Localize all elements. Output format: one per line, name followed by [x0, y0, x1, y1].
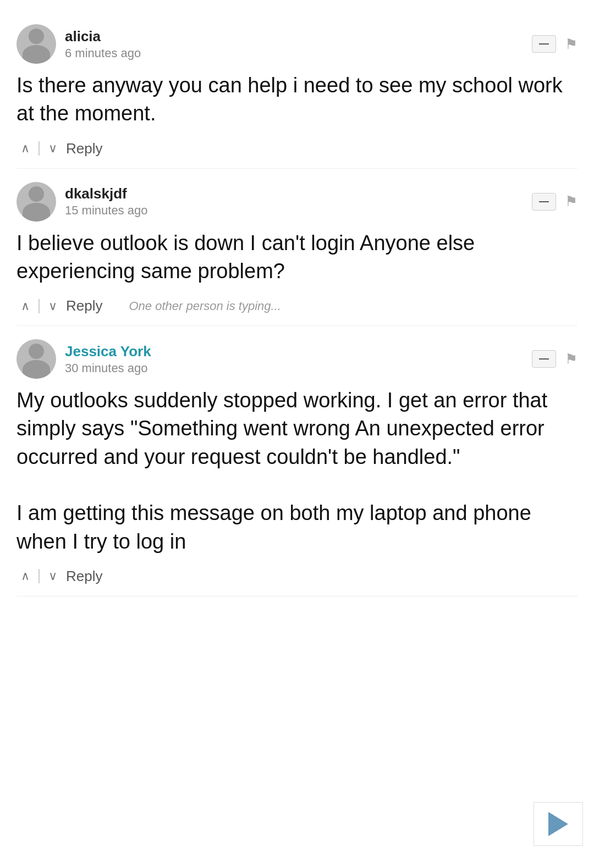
minimize-button[interactable] — [532, 35, 556, 53]
downvote-button[interactable] — [44, 139, 62, 158]
comment-header-left: Jessica York 30 minutes ago — [16, 339, 151, 379]
username: alicia — [65, 28, 141, 45]
upvote-button[interactable] — [16, 567, 34, 585]
avatar-body — [23, 203, 50, 222]
play-button[interactable] — [534, 802, 583, 846]
comment-footer: Reply One other person is typing... — [16, 295, 578, 317]
flag-icon[interactable]: ⚑ — [565, 193, 578, 210]
avatar — [16, 24, 56, 64]
reply-button[interactable]: Reply — [62, 138, 107, 159]
play-triangle-icon — [548, 812, 568, 836]
comment-body: My outlooks suddenly stopped working. I … — [16, 386, 578, 556]
comment-actions: ⚑ — [532, 350, 578, 368]
comment-footer: Reply — [16, 138, 578, 159]
comment-actions: ⚑ — [532, 35, 578, 53]
comment-header-left: alicia 6 minutes ago — [16, 24, 141, 64]
comment-header: Jessica York 30 minutes ago ⚑ — [16, 339, 578, 379]
comment-actions: ⚑ — [532, 193, 578, 211]
flag-icon[interactable]: ⚑ — [565, 351, 578, 368]
comment-body: I believe outlook is down I can't login … — [16, 229, 578, 286]
minimize-button[interactable] — [532, 350, 556, 368]
upvote-button[interactable] — [16, 139, 34, 158]
timestamp: 30 minutes ago — [65, 361, 151, 375]
flag-icon[interactable]: ⚑ — [565, 36, 578, 53]
comment-header: dkalskjdf 15 minutes ago ⚑ — [16, 182, 578, 222]
avatar-body — [23, 360, 50, 379]
avatar-head — [29, 29, 44, 44]
minimize-button[interactable] — [532, 193, 556, 211]
avatar-body — [23, 45, 50, 64]
reply-button[interactable]: Reply — [62, 295, 107, 317]
divider — [38, 141, 40, 156]
user-info: dkalskjdf 15 minutes ago — [65, 185, 147, 218]
user-info: Jessica York 30 minutes ago — [65, 343, 151, 375]
user-info: alicia 6 minutes ago — [65, 28, 141, 60]
timestamp: 6 minutes ago — [65, 46, 141, 60]
comment-body: Is there anyway you can help i need to s… — [16, 71, 578, 128]
comment-footer: Reply — [16, 566, 578, 587]
username: Jessica York — [65, 343, 151, 360]
comment-item: Jessica York 30 minutes ago ⚑ My outlook… — [16, 326, 578, 596]
minimize-icon — [539, 201, 549, 202]
comments-list: alicia 6 minutes ago ⚑ Is there anyway y… — [0, 0, 594, 607]
minimize-icon — [539, 358, 549, 360]
reply-button[interactable]: Reply — [62, 566, 107, 587]
divider — [38, 299, 40, 313]
upvote-button[interactable] — [16, 297, 34, 316]
comment-header: alicia 6 minutes ago ⚑ — [16, 24, 578, 64]
timestamp: 15 minutes ago — [65, 203, 147, 218]
downvote-button[interactable] — [44, 297, 62, 316]
avatar-head — [29, 186, 44, 202]
comment-item: dkalskjdf 15 minutes ago ⚑ I believe out… — [16, 169, 578, 327]
comment-header-left: dkalskjdf 15 minutes ago — [16, 182, 147, 222]
minimize-icon — [539, 43, 549, 45]
username: dkalskjdf — [65, 185, 147, 202]
divider — [38, 569, 40, 583]
avatar — [16, 182, 56, 222]
typing-indicator: One other person is typing... — [129, 299, 280, 313]
avatar-head — [29, 344, 44, 359]
downvote-button[interactable] — [44, 567, 62, 585]
comment-item: alicia 6 minutes ago ⚑ Is there anyway y… — [16, 11, 578, 169]
avatar — [16, 339, 56, 379]
